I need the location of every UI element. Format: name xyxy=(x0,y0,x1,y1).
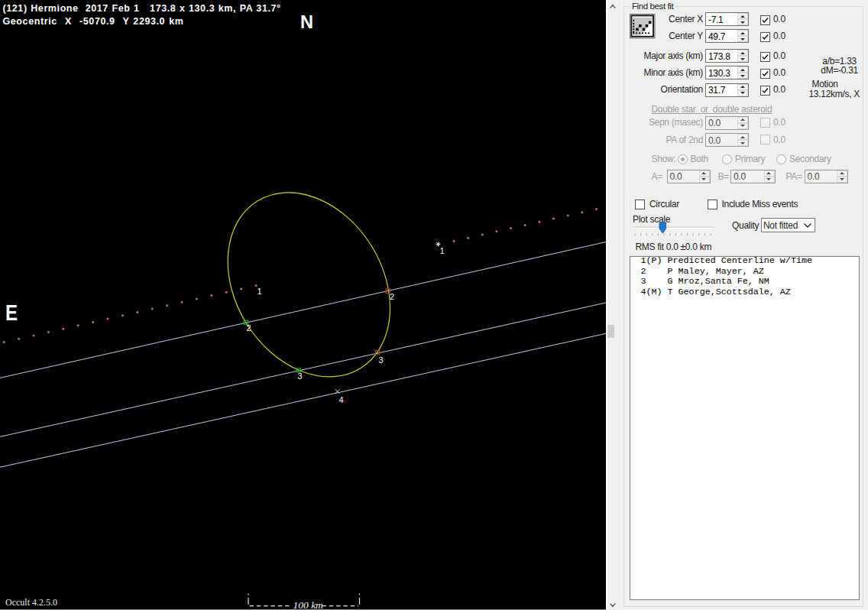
svg-text:2: 2 xyxy=(247,323,251,333)
svg-text:1: 1 xyxy=(440,246,445,255)
svg-text:3: 3 xyxy=(379,355,384,365)
svg-text:4: 4 xyxy=(339,395,344,404)
svg-text:E: E xyxy=(5,300,18,325)
svg-text:100 km: 100 km xyxy=(293,599,324,610)
svg-text:Occult 4.2.5.0: Occult 4.2.5.0 xyxy=(5,597,57,608)
svg-text:3: 3 xyxy=(298,372,303,381)
svg-text:(121) Hermione 2017 Feb 1 1: (121) Hermione 2017 Feb 1 173.8 x 130.3 … xyxy=(3,3,281,14)
svg-text:N: N xyxy=(300,11,313,32)
svg-text:Geocentric X -5070.9 Y 2293: Geocentric X -5070.9 Y 2293.0 km xyxy=(3,16,184,27)
svg-text:2: 2 xyxy=(390,292,394,301)
svg-text:1: 1 xyxy=(257,287,262,296)
